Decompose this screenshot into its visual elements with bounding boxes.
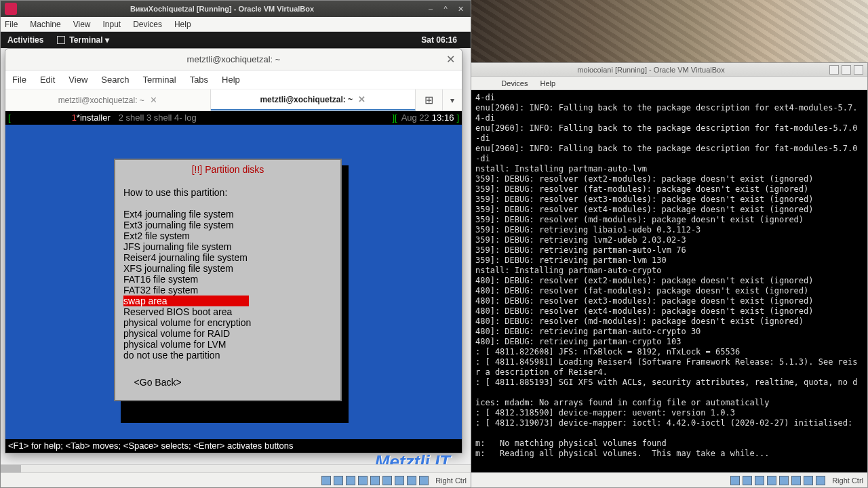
- partition-option[interactable]: swap area: [123, 296, 249, 306]
- status-icon[interactable]: [791, 476, 801, 485]
- partition-option[interactable]: JFS journaling file system: [123, 241, 332, 252]
- left-vbox-statusbar: Right Ctrl: [1, 472, 471, 487]
- partition-option[interactable]: Ext3 journaling file system: [123, 220, 332, 230]
- partition-dialog: [!!] Partition disks How to use this par…: [114, 159, 342, 401]
- virtualbox-logo-icon: [5, 3, 17, 15]
- menu-devices[interactable]: Devices: [501, 79, 528, 87]
- terminal-tab-2[interactable]: metztli@xochiquetzal: ~ ✕: [211, 89, 416, 110]
- terminal-title[interactable]: metztli@xochiquetzal: ~ ✕: [5, 49, 462, 70]
- partition-option[interactable]: physical volume for encryption: [123, 317, 332, 328]
- partition-option[interactable]: XFS journaling file system: [123, 263, 332, 274]
- tab-1-label: metztli@xochiquetzal: ~: [58, 96, 144, 105]
- new-tab-button[interactable]: ⊞: [416, 89, 443, 110]
- close-button[interactable]: ✕: [454, 3, 467, 15]
- dialog-title: [!!] Partition disks: [123, 164, 332, 175]
- horizontal-scrollbar[interactable]: [1, 464, 471, 472]
- status-end-bracket: ]: [456, 113, 459, 123]
- status-icon[interactable]: [779, 476, 789, 485]
- tmenu-file[interactable]: File: [12, 75, 26, 85]
- maximize-button[interactable]: [842, 65, 851, 75]
- status-icon[interactable]: [816, 476, 825, 485]
- left-vbox-menubar: File Machine View Input Devices Help: [1, 17, 471, 32]
- terminal-body[interactable]: [ 1 *installer 2 shell 3 shell 4- log ][…: [5, 111, 462, 453]
- right-vbox-titlebar[interactable]: moiocoiani [Running] - Oracle VM Virtual…: [471, 63, 867, 77]
- tmenu-view[interactable]: View: [68, 75, 87, 85]
- partition-option[interactable]: Ext4 journaling file system: [123, 209, 332, 220]
- close-button[interactable]: [854, 65, 863, 75]
- menu-view[interactable]: View: [73, 20, 91, 29]
- status-icon[interactable]: [395, 476, 404, 485]
- status-icon[interactable]: [358, 476, 368, 485]
- host-key-label: Right Ctrl: [435, 476, 467, 485]
- partition-option[interactable]: physical volume for LVM: [123, 339, 332, 350]
- right-terminal-output[interactable]: 4-di enu[2960]: INFO: Falling back to th…: [471, 90, 867, 472]
- menu-file[interactable]: File: [5, 20, 18, 29]
- right-vbox-window: moiocoiani [Running] - Oracle VM Virtual…: [471, 62, 868, 488]
- status-icon[interactable]: [743, 476, 752, 485]
- status-icon[interactable]: [321, 476, 331, 485]
- go-back-button[interactable]: <Go Back>: [123, 377, 332, 388]
- status-right-bracket: ][: [392, 113, 397, 123]
- status-icon[interactable]: [767, 476, 776, 485]
- dialog-box: [!!] Partition disks How to use this par…: [114, 159, 342, 401]
- status-icon[interactable]: [370, 476, 380, 485]
- partition-option[interactable]: FAT16 file system: [123, 274, 332, 285]
- minimize-button[interactable]: –: [425, 3, 437, 15]
- scrollbar-thumb[interactable]: [1, 465, 21, 472]
- status-icon[interactable]: [804, 476, 813, 485]
- partition-option[interactable]: do not use the partition: [123, 350, 332, 361]
- app-indicator-label: Terminal ▾: [69, 35, 108, 45]
- tab-1-close-icon[interactable]: ✕: [150, 95, 157, 105]
- right-vbox-title: moiocoiani [Running] - Oracle VM Virtual…: [475, 66, 827, 74]
- status-icon[interactable]: [334, 476, 343, 485]
- tab-2-close-icon[interactable]: ✕: [358, 94, 366, 104]
- status-icon[interactable]: [755, 476, 764, 485]
- left-vbox-title: ВикиXochiquetzal [Running] - Oracle VM V…: [22, 5, 422, 13]
- tmenu-search[interactable]: Search: [101, 75, 129, 85]
- tabs-dropdown-button[interactable]: ▾: [443, 89, 462, 110]
- partition-option[interactable]: Reiser4 journaling file system: [123, 252, 332, 263]
- clock[interactable]: Sat 06:16: [421, 35, 457, 45]
- tmenu-edit[interactable]: Edit: [40, 75, 55, 85]
- minimize-button[interactable]: [829, 65, 839, 75]
- status-icon[interactable]: [346, 476, 355, 485]
- tmenu-help[interactable]: Help: [222, 75, 240, 85]
- tab-2-label: metztli@xochiquetzal: ~: [260, 95, 353, 104]
- tmenu-terminal[interactable]: Terminal: [143, 75, 176, 85]
- tmenu-tabs[interactable]: Tabs: [190, 75, 208, 85]
- partition-option[interactable]: physical volume for RAID: [123, 328, 332, 339]
- left-vbox-titlebar[interactable]: ВикиXochiquetzal [Running] - Oracle VM V…: [1, 1, 471, 17]
- partition-option[interactable]: Ext2 file system: [123, 230, 332, 241]
- right-vbox-statusbar: Right Ctrl: [471, 472, 867, 487]
- gnome-top-bar: Activities Terminal ▾ Sat 06:16: [1, 32, 471, 48]
- status-window-number: 1: [72, 113, 77, 123]
- activities-button[interactable]: Activities: [7, 35, 43, 45]
- terminal-tab-bar: metztli@xochiquetzal: ~ ✕ metztli@xochiq…: [5, 89, 462, 111]
- status-time: 13:16: [432, 113, 454, 123]
- background-photo: [471, 0, 868, 62]
- menu-input[interactable]: Input: [103, 20, 121, 29]
- terminal-close-button[interactable]: ✕: [446, 53, 455, 66]
- partition-option[interactable]: FAT32 file system: [123, 285, 332, 296]
- status-icon[interactable]: [382, 476, 392, 485]
- status-icon[interactable]: [419, 476, 429, 485]
- status-date: Aug 22: [401, 113, 429, 123]
- terminal-tab-1[interactable]: metztli@xochiquetzal: ~ ✕: [5, 89, 211, 110]
- left-vbox-window: ВикиXochiquetzal [Running] - Oracle VM V…: [0, 0, 471, 488]
- menu-devices[interactable]: Devices: [133, 20, 162, 29]
- status-icon[interactable]: [730, 476, 740, 485]
- status-current-window: *installer: [77, 113, 111, 123]
- gnome-terminal-window: metztli@xochiquetzal: ~ ✕ File Edit View…: [5, 48, 462, 453]
- partition-option[interactable]: Reserved BIOS boot area: [123, 306, 332, 317]
- status-other-windows: 2 shell 3 shell 4- log: [119, 113, 197, 123]
- host-key-label: Right Ctrl: [832, 476, 863, 485]
- menu-help[interactable]: Help: [174, 20, 191, 29]
- app-indicator-terminal[interactable]: Terminal ▾: [57, 35, 108, 45]
- menu-help[interactable]: Help: [540, 79, 555, 87]
- screen-status-line: [ 1 *installer 2 shell 3 shell 4- log ][…: [5, 111, 462, 125]
- maximize-button[interactable]: ^: [439, 3, 452, 15]
- status-icon[interactable]: [407, 476, 416, 485]
- terminal-menubar: File Edit View Search Terminal Tabs Help: [5, 70, 462, 89]
- dialog-options-list: Ext4 journaling file systemExt3 journali…: [123, 209, 332, 361]
- menu-machine[interactable]: Machine: [30, 20, 60, 29]
